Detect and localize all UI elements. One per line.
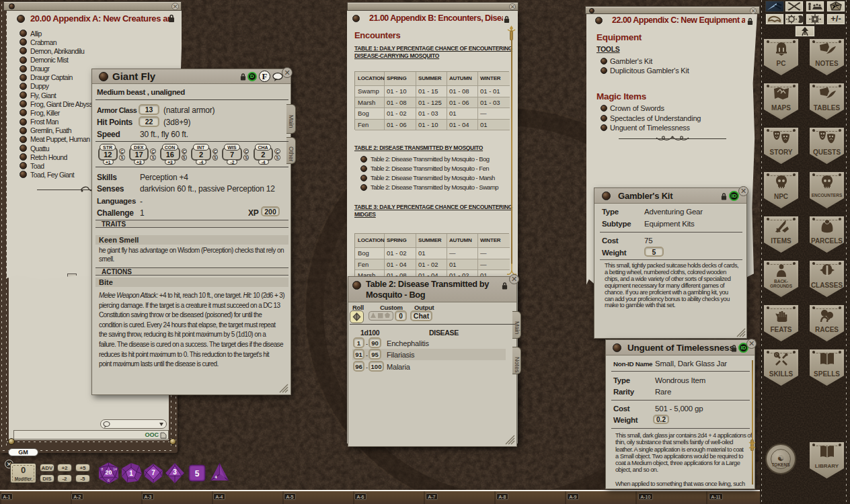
svg-text:14: 14 bbox=[113, 467, 117, 471]
svg-text:1: 1 bbox=[129, 470, 133, 477]
svg-text:7: 7 bbox=[151, 469, 155, 476]
svg-text:5: 5 bbox=[195, 469, 200, 478]
svg-text:8: 8 bbox=[102, 467, 104, 471]
svg-text:3: 3 bbox=[173, 468, 177, 476]
svg-text:6: 6 bbox=[108, 478, 110, 482]
svg-text:20: 20 bbox=[105, 469, 112, 476]
